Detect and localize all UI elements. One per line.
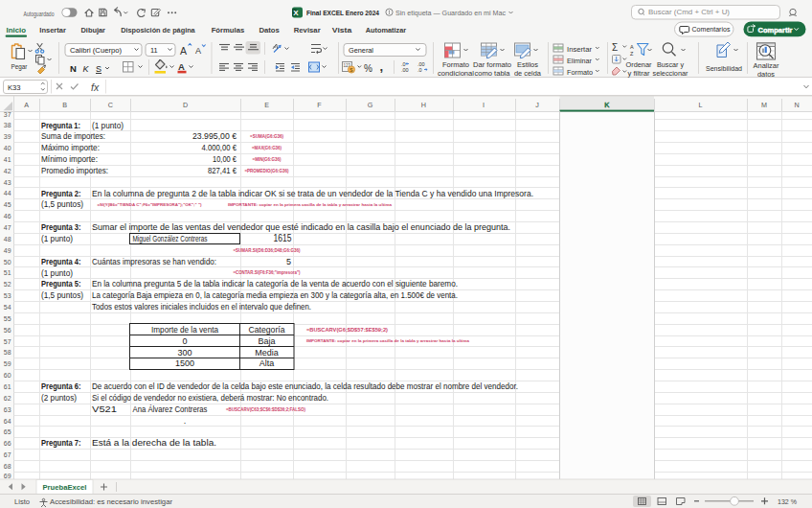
svg-text:Formato: Formato [567,68,593,77]
svg-text:=SI(Y(B6="TIENDA C";F6="IMPRES: =SI(Y(B6="TIENDA C";F6="IMPRESORA");"OK"… [98,202,203,207]
svg-text:Automatizar: Automatizar [366,26,407,35]
svg-text:Fórmulas: Fórmulas [212,26,245,35]
svg-text:39: 39 [4,133,11,140]
svg-text:67: 67 [4,451,11,458]
svg-text:827,41 €: 827,41 € [208,166,237,175]
svg-text:Insertar: Insertar [39,26,66,35]
svg-text:37: 37 [4,111,11,118]
svg-text:IMPORTANTE: copiar en la prime: IMPORTANTE: copiar en la primera casilla… [306,338,470,343]
svg-text:Media: Media [255,348,279,358]
svg-text:C: C [108,101,113,109]
svg-text:(1 punto): (1 punto) [92,121,124,130]
svg-text:5: 5 [286,257,291,266]
svg-text:Pregunta 4:: Pregunta 4: [41,257,81,266]
svg-text:51: 51 [4,269,11,276]
svg-text:N: N [70,63,77,74]
svg-text:M: M [761,101,767,109]
svg-text:50: 50 [4,259,11,266]
svg-text:Revisar: Revisar [294,26,321,35]
svg-text:Pregunta 3:: Pregunta 3: [41,222,81,232]
svg-text:Pregunta 6:: Pregunta 6: [41,381,81,391]
svg-text:A: A [24,101,29,109]
svg-text:(1,5 puntos): (1,5 puntos) [41,290,83,300]
svg-text:61: 61 [4,383,11,390]
svg-text:Ana Álvarez Contreras: Ana Álvarez Contreras [133,404,208,414]
svg-text:54: 54 [4,304,11,311]
svg-text:Categoría: Categoría [249,325,285,335]
svg-text:Buscar (Cmd + Ctrl + U): Buscar (Cmd + Ctrl + U) [648,8,730,16]
svg-text:En la columna pregunta 5 de la: En la columna pregunta 5 de la tabla ind… [92,279,458,289]
svg-text:(1 punto): (1 punto) [41,268,73,278]
svg-text:En la columna de pregunta 2 de: En la columna de pregunta 2 de la tabla … [92,189,533,198]
svg-text:S: S [96,64,102,74]
svg-text:46: 46 [4,213,11,219]
svg-text:Pregunta 2:: Pregunta 2: [41,189,81,198]
svg-text:Vista: Vista [332,26,352,35]
svg-text:y filtrar: y filtrar [628,69,651,78]
svg-text:Cuántas impresoras se han vend: Cuántas impresoras se han vendido: [92,257,216,266]
svg-text:47: 47 [4,224,11,231]
svg-text:Máximo importe:: Máximo importe: [41,143,100,152]
svg-text:Importe de la venta: Importe de la venta [151,325,218,335]
svg-text:Si el código de vendedor no ex: Si el código de vendedor no existiera, d… [92,393,328,403]
svg-text:Eliminar: Eliminar [567,57,593,65]
svg-text:fx: fx [91,81,100,93]
svg-text:General: General [349,46,373,55]
svg-text:,: , [380,59,384,74]
svg-text:de celda: de celda [514,69,541,78]
svg-text:Pegar: Pegar [11,62,29,71]
svg-text:56: 56 [4,327,11,334]
svg-text:E: E [264,101,269,109]
svg-text:60: 60 [4,372,11,379]
svg-text:(2 puntos): (2 puntos) [41,393,77,403]
svg-text:G: G [368,101,373,109]
svg-text:65: 65 [4,428,11,435]
svg-text:J: J [535,101,539,109]
svg-text:1615: 1615 [274,233,292,243]
svg-text:V521: V521 [92,404,117,414]
svg-text:F: F [317,101,322,109]
svg-text:40: 40 [4,145,11,151]
svg-text:52: 52 [4,281,11,288]
svg-text:Suma de importes:: Suma de importes: [41,131,105,141]
svg-text:B: B [62,101,67,109]
svg-text:0: 0 [182,336,187,346]
svg-text:38: 38 [4,122,11,128]
svg-text:K33: K33 [8,83,21,92]
svg-text:Sin etiqueta — Guardado en mi: Sin etiqueta — Guardado en mi Mac [395,9,506,17]
svg-text:41: 41 [4,156,11,163]
svg-text:45: 45 [4,201,11,208]
svg-text:4.000,00 €: 4.000,00 € [202,143,237,152]
svg-text:K: K [604,101,610,109]
svg-text:Miguel González Contreras: Miguel González Contreras [133,234,208,243]
svg-text:Comentarios: Comentarios [692,25,731,34]
svg-text:D: D [183,101,188,109]
svg-text:A: A [180,45,187,57]
svg-text:%: % [364,63,372,74]
svg-text:Promedio importes:: Promedio importes: [41,166,108,175]
svg-text:Pregunta 7:: Pregunta 7: [41,438,81,448]
svg-text:10,00 €: 10,00 € [213,154,237,164]
svg-text:La categoría Baja empieza en 0: La categoría Baja empieza en 0, la categ… [92,290,458,300]
svg-text:L: L [699,101,703,109]
svg-text:(1 punto): (1 punto) [41,234,73,243]
svg-text:132 %: 132 % [778,497,797,506]
svg-text:44: 44 [4,190,11,196]
svg-text:Mínimo importe:: Mínimo importe: [41,154,98,164]
svg-text:58: 58 [4,349,11,356]
svg-text:53: 53 [4,292,11,299]
svg-text:63: 63 [4,406,11,413]
svg-text:I: I [483,101,485,109]
svg-text:48: 48 [4,236,11,242]
svg-text:condicional: condicional [438,69,474,78]
svg-text:Calibri (Cuerpo): Calibri (Cuerpo) [70,46,122,55]
svg-text:62: 62 [4,395,11,402]
svg-text:Sumar el importe de las ventas: Sumar el importe de las ventas del vende… [92,222,510,232]
svg-text:Autoguardado: Autoguardado [24,10,55,18]
svg-text:H: H [421,101,426,109]
svg-text:68: 68 [4,463,11,470]
svg-text:=BUSCARV(G6;$D$57:$E$59;2): =BUSCARV(G6;$D$57:$E$59;2) [306,328,389,333]
svg-text:Baja: Baja [258,336,275,346]
svg-text:55: 55 [4,315,11,322]
svg-text:.00: .00 [401,67,409,73]
